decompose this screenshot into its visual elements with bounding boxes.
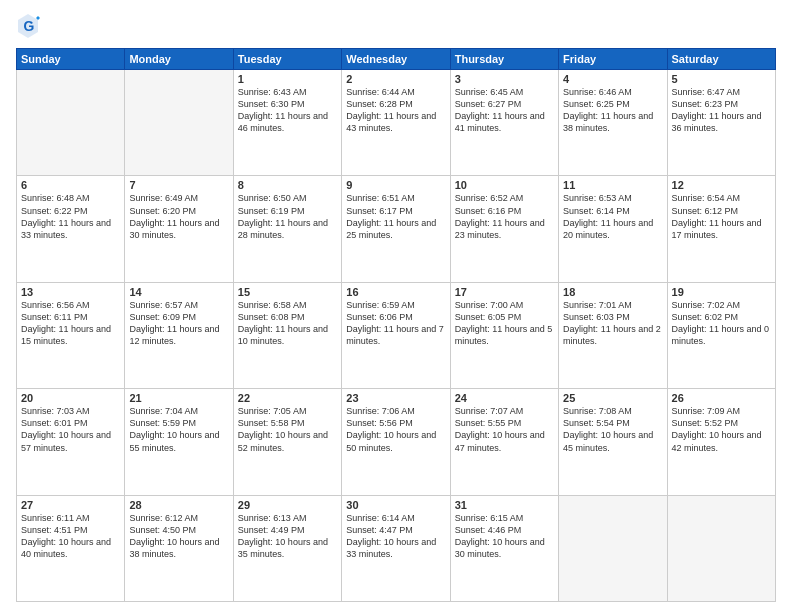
day-number: 23 bbox=[346, 392, 445, 404]
day-number: 15 bbox=[238, 286, 337, 298]
calendar-week-row-5: 27Sunrise: 6:11 AMSunset: 4:51 PMDayligh… bbox=[17, 495, 776, 601]
calendar-cell: 24Sunrise: 7:07 AMSunset: 5:55 PMDayligh… bbox=[450, 389, 558, 495]
cell-info: Sunrise: 6:48 AMSunset: 6:22 PMDaylight:… bbox=[21, 192, 120, 241]
day-number: 24 bbox=[455, 392, 554, 404]
day-number: 8 bbox=[238, 179, 337, 191]
calendar-cell bbox=[667, 495, 775, 601]
cell-info: Sunrise: 7:02 AMSunset: 6:02 PMDaylight:… bbox=[672, 299, 771, 348]
calendar-cell bbox=[17, 70, 125, 176]
day-number: 30 bbox=[346, 499, 445, 511]
calendar-cell: 17Sunrise: 7:00 AMSunset: 6:05 PMDayligh… bbox=[450, 282, 558, 388]
calendar-week-row-4: 20Sunrise: 7:03 AMSunset: 6:01 PMDayligh… bbox=[17, 389, 776, 495]
calendar-cell: 19Sunrise: 7:02 AMSunset: 6:02 PMDayligh… bbox=[667, 282, 775, 388]
weekday-header-tuesday: Tuesday bbox=[233, 49, 341, 70]
day-number: 13 bbox=[21, 286, 120, 298]
day-number: 7 bbox=[129, 179, 228, 191]
calendar-cell: 12Sunrise: 6:54 AMSunset: 6:12 PMDayligh… bbox=[667, 176, 775, 282]
day-number: 1 bbox=[238, 73, 337, 85]
cell-info: Sunrise: 6:44 AMSunset: 6:28 PMDaylight:… bbox=[346, 86, 445, 135]
cell-info: Sunrise: 7:08 AMSunset: 5:54 PMDaylight:… bbox=[563, 405, 662, 454]
cell-info: Sunrise: 7:05 AMSunset: 5:58 PMDaylight:… bbox=[238, 405, 337, 454]
weekday-header-saturday: Saturday bbox=[667, 49, 775, 70]
cell-info: Sunrise: 6:59 AMSunset: 6:06 PMDaylight:… bbox=[346, 299, 445, 348]
logo bbox=[16, 12, 43, 40]
calendar-cell: 31Sunrise: 6:15 AMSunset: 4:46 PMDayligh… bbox=[450, 495, 558, 601]
calendar-cell: 8Sunrise: 6:50 AMSunset: 6:19 PMDaylight… bbox=[233, 176, 341, 282]
header bbox=[16, 12, 776, 40]
calendar-cell: 7Sunrise: 6:49 AMSunset: 6:20 PMDaylight… bbox=[125, 176, 233, 282]
calendar-cell bbox=[559, 495, 667, 601]
cell-info: Sunrise: 6:52 AMSunset: 6:16 PMDaylight:… bbox=[455, 192, 554, 241]
day-number: 21 bbox=[129, 392, 228, 404]
day-number: 12 bbox=[672, 179, 771, 191]
logo-icon bbox=[16, 12, 40, 40]
calendar-week-row-1: 1Sunrise: 6:43 AMSunset: 6:30 PMDaylight… bbox=[17, 70, 776, 176]
calendar-cell: 1Sunrise: 6:43 AMSunset: 6:30 PMDaylight… bbox=[233, 70, 341, 176]
cell-info: Sunrise: 6:49 AMSunset: 6:20 PMDaylight:… bbox=[129, 192, 228, 241]
day-number: 6 bbox=[21, 179, 120, 191]
calendar-cell: 27Sunrise: 6:11 AMSunset: 4:51 PMDayligh… bbox=[17, 495, 125, 601]
calendar-cell: 13Sunrise: 6:56 AMSunset: 6:11 PMDayligh… bbox=[17, 282, 125, 388]
cell-info: Sunrise: 6:50 AMSunset: 6:19 PMDaylight:… bbox=[238, 192, 337, 241]
weekday-header-friday: Friday bbox=[559, 49, 667, 70]
weekday-header-wednesday: Wednesday bbox=[342, 49, 450, 70]
cell-info: Sunrise: 6:58 AMSunset: 6:08 PMDaylight:… bbox=[238, 299, 337, 348]
calendar-cell: 2Sunrise: 6:44 AMSunset: 6:28 PMDaylight… bbox=[342, 70, 450, 176]
cell-info: Sunrise: 6:47 AMSunset: 6:23 PMDaylight:… bbox=[672, 86, 771, 135]
day-number: 3 bbox=[455, 73, 554, 85]
calendar-week-row-3: 13Sunrise: 6:56 AMSunset: 6:11 PMDayligh… bbox=[17, 282, 776, 388]
calendar-cell: 4Sunrise: 6:46 AMSunset: 6:25 PMDaylight… bbox=[559, 70, 667, 176]
calendar-cell: 25Sunrise: 7:08 AMSunset: 5:54 PMDayligh… bbox=[559, 389, 667, 495]
cell-info: Sunrise: 6:51 AMSunset: 6:17 PMDaylight:… bbox=[346, 192, 445, 241]
calendar-cell: 11Sunrise: 6:53 AMSunset: 6:14 PMDayligh… bbox=[559, 176, 667, 282]
calendar-cell: 3Sunrise: 6:45 AMSunset: 6:27 PMDaylight… bbox=[450, 70, 558, 176]
cell-info: Sunrise: 6:53 AMSunset: 6:14 PMDaylight:… bbox=[563, 192, 662, 241]
calendar-cell: 16Sunrise: 6:59 AMSunset: 6:06 PMDayligh… bbox=[342, 282, 450, 388]
day-number: 9 bbox=[346, 179, 445, 191]
cell-info: Sunrise: 7:01 AMSunset: 6:03 PMDaylight:… bbox=[563, 299, 662, 348]
weekday-header-sunday: Sunday bbox=[17, 49, 125, 70]
day-number: 4 bbox=[563, 73, 662, 85]
cell-info: Sunrise: 6:56 AMSunset: 6:11 PMDaylight:… bbox=[21, 299, 120, 348]
cell-info: Sunrise: 7:00 AMSunset: 6:05 PMDaylight:… bbox=[455, 299, 554, 348]
page: SundayMondayTuesdayWednesdayThursdayFrid… bbox=[0, 0, 792, 612]
day-number: 17 bbox=[455, 286, 554, 298]
day-number: 25 bbox=[563, 392, 662, 404]
calendar-cell: 22Sunrise: 7:05 AMSunset: 5:58 PMDayligh… bbox=[233, 389, 341, 495]
cell-info: Sunrise: 6:43 AMSunset: 6:30 PMDaylight:… bbox=[238, 86, 337, 135]
day-number: 18 bbox=[563, 286, 662, 298]
cell-info: Sunrise: 7:09 AMSunset: 5:52 PMDaylight:… bbox=[672, 405, 771, 454]
calendar-cell: 29Sunrise: 6:13 AMSunset: 4:49 PMDayligh… bbox=[233, 495, 341, 601]
calendar-cell: 9Sunrise: 6:51 AMSunset: 6:17 PMDaylight… bbox=[342, 176, 450, 282]
calendar-cell: 5Sunrise: 6:47 AMSunset: 6:23 PMDaylight… bbox=[667, 70, 775, 176]
day-number: 31 bbox=[455, 499, 554, 511]
day-number: 27 bbox=[21, 499, 120, 511]
cell-info: Sunrise: 6:14 AMSunset: 4:47 PMDaylight:… bbox=[346, 512, 445, 561]
cell-info: Sunrise: 6:57 AMSunset: 6:09 PMDaylight:… bbox=[129, 299, 228, 348]
calendar-cell: 20Sunrise: 7:03 AMSunset: 6:01 PMDayligh… bbox=[17, 389, 125, 495]
calendar-cell bbox=[125, 70, 233, 176]
day-number: 20 bbox=[21, 392, 120, 404]
day-number: 16 bbox=[346, 286, 445, 298]
calendar-week-row-2: 6Sunrise: 6:48 AMSunset: 6:22 PMDaylight… bbox=[17, 176, 776, 282]
day-number: 19 bbox=[672, 286, 771, 298]
cell-info: Sunrise: 6:12 AMSunset: 4:50 PMDaylight:… bbox=[129, 512, 228, 561]
calendar-cell: 14Sunrise: 6:57 AMSunset: 6:09 PMDayligh… bbox=[125, 282, 233, 388]
day-number: 14 bbox=[129, 286, 228, 298]
calendar-cell: 28Sunrise: 6:12 AMSunset: 4:50 PMDayligh… bbox=[125, 495, 233, 601]
svg-marker-0 bbox=[18, 14, 38, 38]
calendar-cell: 18Sunrise: 7:01 AMSunset: 6:03 PMDayligh… bbox=[559, 282, 667, 388]
calendar-cell: 6Sunrise: 6:48 AMSunset: 6:22 PMDaylight… bbox=[17, 176, 125, 282]
cell-info: Sunrise: 6:13 AMSunset: 4:49 PMDaylight:… bbox=[238, 512, 337, 561]
cell-info: Sunrise: 6:45 AMSunset: 6:27 PMDaylight:… bbox=[455, 86, 554, 135]
calendar-cell: 15Sunrise: 6:58 AMSunset: 6:08 PMDayligh… bbox=[233, 282, 341, 388]
day-number: 5 bbox=[672, 73, 771, 85]
weekday-header-row: SundayMondayTuesdayWednesdayThursdayFrid… bbox=[17, 49, 776, 70]
cell-info: Sunrise: 7:06 AMSunset: 5:56 PMDaylight:… bbox=[346, 405, 445, 454]
day-number: 10 bbox=[455, 179, 554, 191]
cell-info: Sunrise: 6:11 AMSunset: 4:51 PMDaylight:… bbox=[21, 512, 120, 561]
day-number: 28 bbox=[129, 499, 228, 511]
day-number: 26 bbox=[672, 392, 771, 404]
weekday-header-monday: Monday bbox=[125, 49, 233, 70]
cell-info: Sunrise: 6:15 AMSunset: 4:46 PMDaylight:… bbox=[455, 512, 554, 561]
